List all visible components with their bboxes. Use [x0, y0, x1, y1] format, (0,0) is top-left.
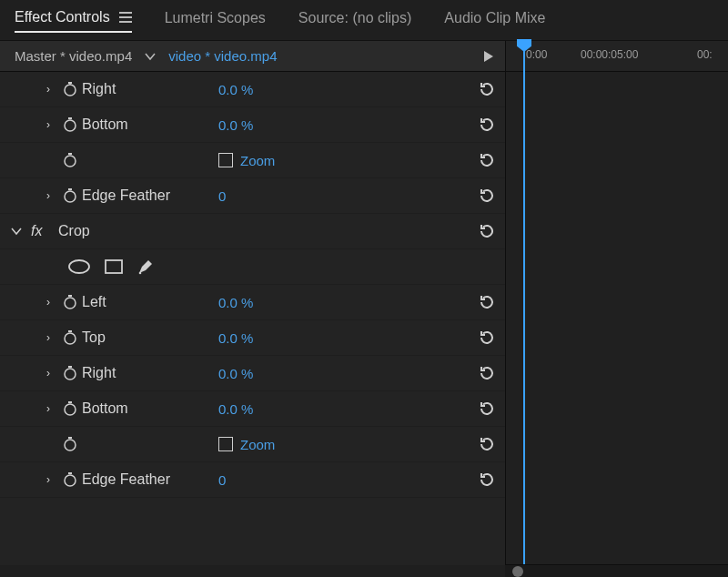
prop-value[interactable]: 0.0 % [218, 117, 469, 133]
reset-icon[interactable] [469, 116, 505, 133]
stopwatch-icon[interactable] [58, 400, 82, 417]
checkbox-icon[interactable] [218, 153, 233, 167]
prop-label: Right [82, 365, 218, 381]
ellipse-mask-icon[interactable] [67, 258, 91, 276]
expand-icon[interactable]: › [38, 118, 58, 131]
fx-badge[interactable]: fx [31, 223, 58, 239]
svg-point-22 [65, 475, 76, 486]
crop-prop-zoom: › Zoom [0, 427, 505, 462]
svg-point-0 [65, 85, 76, 96]
playhead[interactable] [523, 40, 525, 564]
prop-row-edge-feather: › Edge Feather 0 [0, 178, 505, 214]
crop-prop-left: › Left 0.0 % [0, 285, 505, 320]
prop-value[interactable]: 0.0 % [218, 295, 469, 310]
zoom-checkbox[interactable]: Zoom [218, 153, 469, 168]
stopwatch-icon[interactable] [58, 294, 82, 310]
reset-icon[interactable] [469, 471, 505, 488]
stopwatch-icon[interactable] [58, 152, 82, 168]
prop-value[interactable]: 0 [218, 472, 469, 488]
reset-icon[interactable] [469, 365, 505, 381]
svg-rect-23 [68, 472, 72, 474]
chevron-down-icon[interactable] [145, 52, 156, 61]
svg-point-11 [139, 272, 142, 275]
ruler-tick-1: 00:00:05:00 [581, 48, 638, 61]
ruler-tick-0: 0:00 [526, 48, 547, 61]
crop-prop-right: › Right 0.0 % [0, 356, 505, 391]
svg-point-14 [65, 333, 76, 344]
prop-value[interactable]: 0.0 % [218, 366, 469, 381]
stopwatch-icon[interactable] [58, 436, 82, 452]
tab-lumetri-scopes[interactable]: Lumetri Scopes [165, 10, 266, 32]
svg-rect-1 [68, 82, 72, 84]
expand-icon[interactable]: › [38, 83, 58, 96]
tab-effect-controls-label: Effect Controls [15, 9, 110, 25]
stopwatch-icon[interactable] [58, 116, 82, 133]
tab-lumetri-scopes-label: Lumetri Scopes [165, 10, 266, 26]
timeline-scrollbar[interactable] [505, 564, 728, 577]
prop-label: Bottom [82, 116, 218, 133]
play-icon[interactable] [483, 50, 494, 63]
prop-value[interactable]: 0.0 % [218, 330, 469, 346]
reset-icon[interactable] [469, 152, 505, 168]
svg-rect-10 [106, 260, 122, 273]
svg-rect-15 [68, 330, 72, 332]
reset-icon[interactable] [469, 436, 505, 452]
crop-prop-top: › Top 0.0 % [0, 320, 505, 356]
prop-value[interactable]: 0 [218, 188, 469, 204]
tab-source[interactable]: Source: (no clips) [298, 10, 412, 32]
tab-effect-controls[interactable]: Effect Controls [15, 9, 132, 33]
reset-icon[interactable] [469, 294, 505, 310]
svg-rect-13 [68, 295, 72, 297]
stopwatch-icon[interactable] [58, 365, 82, 381]
master-clip-label[interactable]: Master * video.mp4 [15, 48, 132, 64]
expand-icon[interactable]: › [38, 473, 58, 486]
stopwatch-icon[interactable] [58, 329, 82, 346]
effect-crop-header[interactable]: fx Crop [0, 214, 505, 249]
sequence-clip-label[interactable]: video * video.mp4 [168, 48, 277, 64]
expand-icon[interactable]: › [38, 402, 58, 415]
zoom-checkbox[interactable]: Zoom [218, 437, 469, 452]
panel-menu-icon[interactable] [119, 12, 132, 23]
expand-icon[interactable]: › [38, 367, 58, 380]
stopwatch-icon[interactable] [58, 81, 82, 97]
svg-rect-4 [68, 117, 72, 119]
svg-point-9 [69, 260, 89, 273]
svg-point-18 [65, 404, 76, 415]
rectangle-mask-icon[interactable] [104, 258, 124, 276]
svg-point-3 [65, 120, 76, 131]
checkbox-icon[interactable] [218, 437, 233, 451]
pen-mask-icon[interactable] [136, 258, 155, 276]
reset-icon[interactable] [469, 329, 505, 346]
keyframe-track-area[interactable] [505, 72, 728, 565]
ruler-tick-2: 00: [697, 48, 713, 61]
tab-audio-mixer[interactable]: Audio Clip Mixe [444, 10, 545, 32]
svg-rect-8 [68, 188, 72, 190]
prop-label: Edge Feather [82, 471, 218, 488]
tab-source-label: Source: (no clips) [298, 10, 412, 26]
reset-icon[interactable] [469, 223, 505, 239]
prop-label: Edge Feather [82, 187, 218, 204]
zoom-label: Zoom [240, 153, 275, 168]
crop-prop-edge-feather: › Edge Feather 0 [0, 462, 505, 498]
expand-icon[interactable]: › [38, 331, 58, 344]
reset-icon[interactable] [469, 400, 505, 417]
panel-tabs: Effect Controls Lumetri Scopes Source: (… [0, 0, 728, 41]
prop-value[interactable]: 0.0 % [218, 401, 469, 417]
svg-rect-21 [68, 437, 72, 439]
expand-icon[interactable]: › [38, 189, 58, 202]
stopwatch-icon[interactable] [58, 187, 82, 204]
timeline-ruler-area[interactable]: 0:00 00:00:05:00 00: [505, 41, 728, 71]
twirl-down-icon[interactable] [11, 227, 31, 236]
zoom-label: Zoom [240, 437, 275, 452]
reset-icon[interactable] [469, 187, 505, 204]
expand-icon[interactable]: › [38, 296, 58, 309]
svg-point-16 [65, 369, 76, 380]
crop-prop-bottom: › Bottom 0.0 % [0, 391, 505, 427]
scrollbar-thumb-icon[interactable] [512, 566, 523, 577]
timeline-ruler[interactable]: 0:00 00:00:05:00 00: [506, 41, 728, 71]
prop-value[interactable]: 0.0 % [218, 82, 469, 97]
svg-rect-17 [68, 366, 72, 368]
stopwatch-icon[interactable] [58, 471, 82, 488]
reset-icon[interactable] [469, 81, 505, 97]
mask-tools [0, 249, 505, 285]
